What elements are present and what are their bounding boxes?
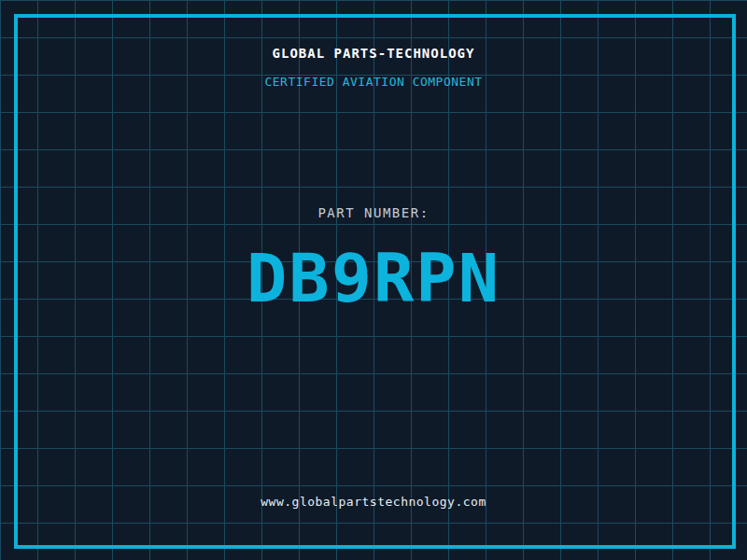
website-url: www.globalpartstechnology.com xyxy=(0,495,747,509)
part-number-value: DB9RPN xyxy=(0,242,747,315)
company-title: GLOBAL PARTS-TECHNOLOGY xyxy=(0,46,747,61)
certificate-page: GLOBAL PARTS-TECHNOLOGY CERTIFIED AVIATI… xyxy=(0,0,747,560)
part-number-label: PART NUMBER: xyxy=(0,205,747,220)
certification-subtitle: CERTIFIED AVIATION COMPONENT xyxy=(0,75,747,89)
